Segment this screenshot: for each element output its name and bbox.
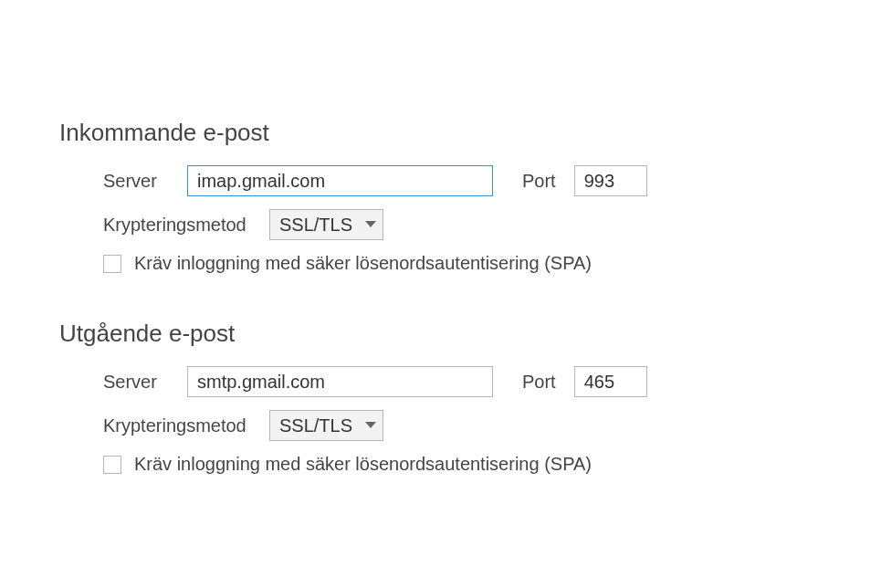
incoming-port-label: Port — [522, 171, 556, 192]
incoming-spa-row: Kräv inloggning med säker lösenordsauten… — [59, 253, 881, 274]
incoming-spa-checkbox[interactable] — [103, 255, 121, 273]
incoming-port-input[interactable] — [574, 165, 647, 196]
outgoing-encryption-select[interactable]: SSL/TLS — [269, 410, 383, 441]
incoming-encryption-label: Krypteringsmetod — [103, 215, 258, 236]
outgoing-encryption-value: SSL/TLS — [279, 415, 352, 436]
incoming-server-label: Server — [103, 171, 176, 192]
outgoing-mail-title: Utgående e-post — [59, 320, 881, 348]
incoming-encryption-value: SSL/TLS — [279, 215, 352, 236]
outgoing-port-input[interactable] — [574, 366, 647, 397]
outgoing-port-label: Port — [522, 372, 556, 393]
outgoing-encryption-label: Krypteringsmetod — [103, 415, 258, 436]
incoming-server-input[interactable] — [187, 165, 493, 196]
outgoing-server-row: Server Port — [59, 366, 881, 397]
incoming-server-row: Server Port — [59, 165, 881, 196]
outgoing-server-input[interactable] — [187, 366, 493, 397]
outgoing-spa-label[interactable]: Kräv inloggning med säker lösenordsauten… — [134, 454, 592, 475]
outgoing-mail-section: Utgående e-post Server Port Krypteringsm… — [59, 320, 881, 475]
incoming-encryption-row: Krypteringsmetod SSL/TLS — [59, 209, 881, 240]
incoming-mail-title: Inkommande e-post — [59, 119, 881, 147]
outgoing-spa-checkbox[interactable] — [103, 456, 121, 474]
incoming-spa-label[interactable]: Kräv inloggning med säker lösenordsauten… — [134, 253, 592, 274]
outgoing-server-label: Server — [103, 372, 176, 393]
incoming-mail-section: Inkommande e-post Server Port Kryptering… — [59, 119, 881, 274]
outgoing-spa-row: Kräv inloggning med säker lösenordsauten… — [59, 454, 881, 475]
outgoing-encryption-row: Krypteringsmetod SSL/TLS — [59, 410, 881, 441]
incoming-encryption-select[interactable]: SSL/TLS — [269, 209, 383, 240]
